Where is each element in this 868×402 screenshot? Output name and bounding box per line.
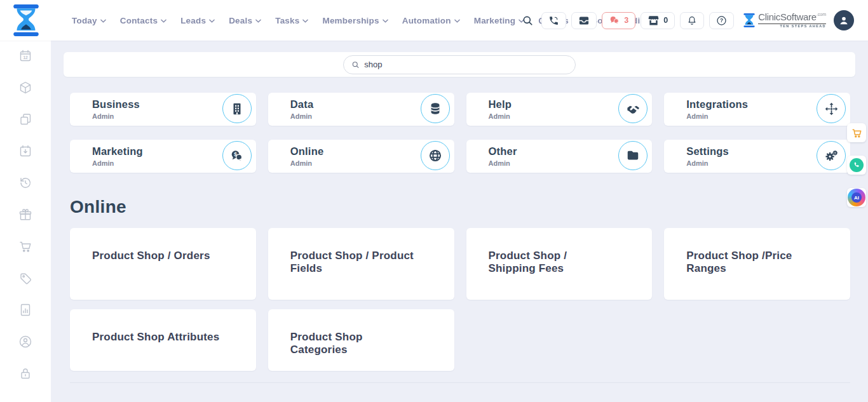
result-card-attributes[interactable]: Product Shop Attributes [70,309,256,371]
copy-icon [18,112,33,127]
result-card-product-fields[interactable]: Product Shop / Product Fields [268,228,454,300]
phone-button[interactable] [541,12,566,29]
cart-icon [18,239,33,254]
nav-item-tasks[interactable]: Tasks [275,16,308,25]
sidebar-item-bookings[interactable] [18,144,33,159]
lock-icon [18,366,33,381]
floating-action-stack: AI [847,123,866,207]
building-icon [222,94,252,123]
sidebar-item-security[interactable] [18,366,33,381]
chat-count-badge: 3 [624,16,628,25]
category-card-help[interactable]: Help Admin [466,93,653,126]
handshake-icon [618,94,648,123]
help-button[interactable]: ? [709,12,734,29]
tag-icon [18,271,33,286]
gift-icon [18,207,33,222]
chevron-down-icon [209,19,215,23]
search-icon [522,15,534,27]
phone-icon [548,15,559,26]
hourglass-logo-icon [11,4,41,37]
search-box[interactable] [343,55,576,74]
gears-icon [817,141,846,170]
chat-bubbles-icon [609,15,620,25]
brand-logo[interactable]: ClinicSoftware.com TEN STEPS AHEAD [743,12,826,29]
main-content: Business Admin Data Admin Help Admin Int… [51,0,868,383]
chat-dollar-icon: $ [222,141,252,170]
left-sidebar: 12 [0,41,51,402]
floating-cart-button[interactable] [847,123,866,142]
chat-notifications-button[interactable]: 3 [602,12,635,29]
nav-item-memberships[interactable]: Memberships [322,16,388,25]
move-arrows-icon [817,94,846,123]
search-button[interactable] [519,15,536,27]
results-grid: Product Shop / Orders Product Shop / Pro… [70,228,850,371]
category-grid: Business Admin Data Admin Help Admin Int… [70,93,850,173]
inbox-icon [578,16,590,25]
category-card-marketing[interactable]: Marketing Admin $ [70,140,256,173]
brand-tld: .com [817,12,826,17]
category-card-other[interactable]: Other Admin [466,140,653,173]
globe-icon [421,141,450,170]
search-input[interactable] [364,60,567,69]
ai-assistant-icon: AI [848,189,865,206]
nav-item-contacts[interactable]: Contacts [120,16,166,25]
brand-tagline: TEN STEPS AHEAD [758,23,826,29]
chevron-down-icon [454,19,460,23]
folder-icon [618,141,648,170]
chevron-down-icon [100,19,106,23]
svg-text:12: 12 [23,55,28,60]
pos-store-button[interactable]: 0 [641,12,675,29]
store-icon [648,15,660,26]
sidebar-item-pricing[interactable] [18,271,33,286]
calendar-icon: 12 [18,48,33,64]
database-icon [421,94,450,123]
sidebar-item-calendar[interactable]: 12 [18,48,33,64]
nav-item-leads[interactable]: Leads [180,16,215,25]
chevron-down-icon [383,19,388,23]
sidebar-item-pages[interactable] [18,112,33,127]
chevron-down-icon [161,19,166,23]
category-card-data[interactable]: Data Admin [268,93,454,126]
brand-name: ClinicSoftware [758,11,817,22]
search-icon [351,60,360,69]
result-card-price-ranges[interactable]: Product Shop /Price Ranges [664,228,850,300]
nav-item-deals[interactable]: Deals [229,16,261,25]
sidebar-item-reports[interactable] [18,302,33,318]
inbox-button[interactable] [571,12,597,29]
result-card-categories[interactable]: Product Shop Categories [268,309,454,371]
svg-text:?: ? [720,17,723,23]
category-card-settings[interactable]: Settings Admin [664,140,850,173]
section-title: Online [70,197,868,217]
floating-whatsapp-button[interactable] [847,156,866,175]
sidebar-item-shop[interactable] [18,239,33,254]
chevron-down-icon [255,19,261,23]
user-avatar[interactable] [834,10,854,30]
bottom-divider [70,382,850,383]
app-logo[interactable] [11,4,41,37]
sidebar-item-products[interactable] [18,80,33,95]
floating-ai-button[interactable]: AI [847,188,866,207]
cart-icon [851,127,863,139]
bell-icon [687,15,697,26]
chevron-down-icon [302,19,308,23]
nav-item-today[interactable]: Today [72,16,106,25]
category-card-integrations[interactable]: Integrations Admin [664,93,850,126]
search-card [64,52,855,77]
result-card-orders[interactable]: Product Shop / Orders [70,228,256,300]
notifications-button[interactable] [680,12,704,29]
pos-count-badge: 0 [663,16,668,25]
report-icon [18,302,33,318]
whatsapp-icon [850,158,864,172]
brand-hourglass-icon [743,13,756,28]
result-card-shipping-fees[interactable]: Product Shop / Shipping Fees [466,228,653,300]
category-card-business[interactable]: Business Admin [70,93,256,126]
history-icon [18,175,33,191]
sidebar-item-account[interactable] [18,334,33,349]
top-bar: Today Contacts Leads Deals Tasks Members… [0,0,868,41]
sidebar-item-gift-cards[interactable] [18,207,33,222]
category-card-online[interactable]: Online Admin [268,140,454,173]
nav-item-marketing[interactable]: Marketing [474,16,525,25]
cube-icon [18,80,33,95]
sidebar-item-history[interactable] [18,175,33,191]
nav-item-automation[interactable]: Automation [402,16,460,25]
